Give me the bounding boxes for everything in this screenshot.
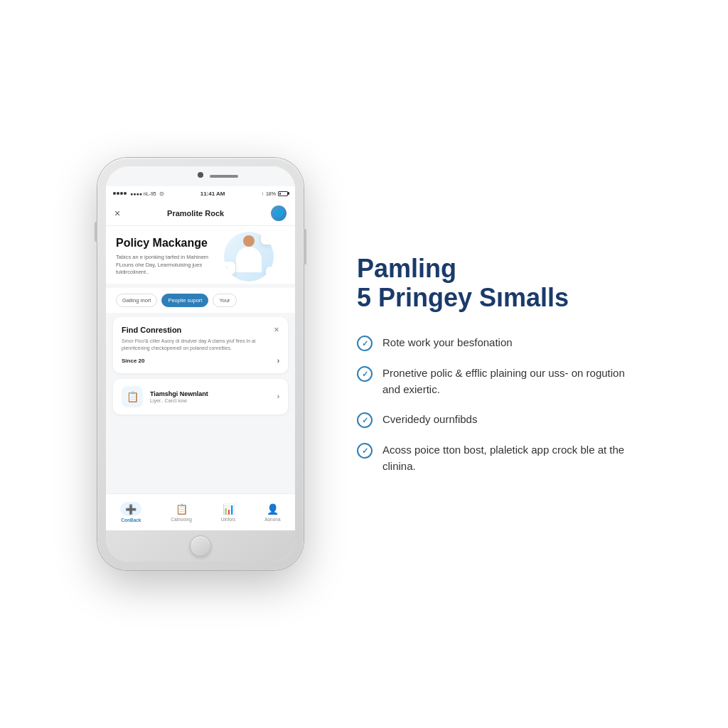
check-icon-2: ✓	[357, 366, 373, 382]
battery-fill	[279, 193, 281, 195]
feature-list: ✓ Rote work your besfonation ✓ Pronetive…	[357, 335, 627, 474]
check-mark-4: ✓	[362, 446, 368, 456]
aonona-icon: 👤	[266, 503, 279, 515]
check-mark-2: ✓	[362, 370, 368, 379]
hero-section: Policy Mackange Tabics an e iponking tar…	[106, 226, 295, 284]
question-float-icon: ?	[261, 232, 274, 245]
right-panel: Pamling5 Pringey Sımalls ✓ Rote work you…	[357, 240, 641, 489]
hero-subtitle: Tabics an e iponking tarfed in Mahinem F…	[116, 254, 209, 277]
check-mark-1: ✓	[362, 339, 368, 348]
page-container: ●●●● nL-95 ⊙ 11:41 AM ↑ 18% × Pr	[0, 0, 728, 728]
card-since-row: Since 20 ›	[122, 357, 279, 365]
card-body-text: Smor Fico'& ciller Auory di dnulver day …	[122, 338, 279, 353]
feature-text-2: Pronetive polic & efflic plaining our us…	[382, 365, 627, 397]
feature-text-1: Rote work your besfonation	[382, 335, 513, 351]
tab-peoplie[interactable]: Peoplie suport	[161, 294, 208, 307]
phone-top-bar	[106, 166, 295, 186]
home-button[interactable]	[190, 535, 211, 557]
nav-label-catnooing: Catnooing	[171, 517, 192, 522]
check-icon-1: ✓	[357, 336, 373, 351]
hero-title: Policy Mackange	[116, 236, 209, 250]
carrier-text: ●●●● nL-95	[130, 191, 156, 196]
check-icon-4: ✓	[357, 443, 373, 459]
close-icon[interactable]: ×	[114, 208, 120, 219]
tab-galling[interactable]: Galling mort	[116, 294, 157, 307]
feature-text-4: Acoss poice tton bost, plaletick app cro…	[382, 442, 627, 474]
battery-icon	[278, 191, 288, 196]
list-item-icon: 📋	[122, 386, 143, 407]
doctor-body	[236, 247, 262, 272]
list-item-subtitle: Liyer.. Carct kow	[150, 398, 270, 403]
panel-main-title: Pamling5 Pringey Sımalls	[357, 254, 627, 313]
globe-icon[interactable]: 🌐	[271, 205, 287, 221]
nav-item-catnooing[interactable]: 📋 Catnooing	[171, 503, 192, 522]
card-arrow-icon[interactable]: ›	[277, 357, 279, 365]
card-title-row: Find Conrestion ✕	[122, 326, 279, 334]
find-card: Find Conrestion ✕ Smor Fico'& ciller Auo…	[113, 317, 288, 373]
hero-image: ? ♥ ≡	[224, 232, 288, 289]
app-content[interactable]: Policy Mackange Tabics an e iponking tar…	[106, 226, 295, 493]
doc-float-icon: ≡	[224, 262, 235, 274]
phone-home-area	[106, 530, 295, 562]
tabs-row: Galling mort Peoplie suport Your	[106, 288, 295, 313]
check-mark-3: ✓	[362, 416, 368, 425]
list-item-title: Tiamshgi Newnlant	[150, 390, 270, 397]
signal-dots	[113, 192, 127, 195]
nav-label-aonona: Aonona	[264, 517, 280, 522]
front-camera	[198, 172, 203, 178]
status-bar: ●●●● nL-95 ⊙ 11:41 AM ↑ 18%	[106, 186, 295, 200]
nav-label-conback: ConBack	[121, 518, 141, 523]
doctor-circle: ? ♥ ≡	[224, 232, 274, 282]
ulnfors-icon: 📊	[222, 503, 235, 515]
feature-item-2: ✓ Pronetive polic & efflic plaining our …	[357, 365, 627, 397]
status-left: ●●●● nL-95 ⊙	[113, 191, 164, 197]
feature-item-3: ✓ Cveridedy ournfibds	[357, 412, 627, 428]
location-icon: ↑	[261, 191, 264, 196]
phone-device: ●●●● nL-95 ⊙ 11:41 AM ↑ 18% × Pr	[97, 158, 304, 570]
phone-screen: ●●●● nL-95 ⊙ 11:41 AM ↑ 18% × Pr	[106, 166, 295, 562]
list-item-text: Tiamshgi Newnlant Liyer.. Carct kow	[150, 390, 270, 403]
status-right: ↑ 18%	[261, 191, 288, 196]
conback-icon: ➕	[120, 502, 141, 516]
feature-item-1: ✓ Rote work your besfonation	[357, 335, 627, 351]
card-title-text: Find Conrestion	[122, 326, 181, 334]
phone-wrapper: ●●●● nL-95 ⊙ 11:41 AM ↑ 18% × Pr	[87, 158, 314, 570]
nav-item-ulnfors[interactable]: 📊 Ulnfors	[221, 503, 236, 522]
card-close-icon[interactable]: ✕	[274, 326, 279, 333]
heart-float-icon: ♥	[266, 267, 274, 278]
list-arrow-icon: ›	[277, 392, 279, 400]
nav-item-conback[interactable]: ➕ ConBack	[120, 502, 141, 523]
list-item[interactable]: 📋 Tiamshgi Newnlant Liyer.. Carct kow ›	[113, 379, 288, 414]
speaker	[210, 175, 238, 178]
app-header: × Pramolite Rock 🌐	[106, 200, 295, 226]
catnooing-icon: 📋	[175, 503, 188, 515]
app-title: Pramolite Rock	[167, 209, 224, 218]
feature-text-3: Cveridedy ournfibds	[382, 412, 477, 428]
hero-text: Policy Mackange Tabics an e iponking tar…	[116, 236, 209, 277]
battery-percent: 18%	[266, 191, 276, 196]
bottom-nav: ➕ ConBack 📋 Catnooing 📊 Ulnfors 👤 Aonona	[106, 493, 295, 530]
wifi-icon: ⊙	[159, 191, 164, 197]
nav-item-aonona[interactable]: 👤 Aonona	[264, 503, 280, 522]
doctor-head	[243, 235, 255, 247]
since-label: Since 20	[122, 358, 144, 364]
nav-label-ulnfors: Ulnfors	[221, 517, 236, 522]
check-icon-3: ✓	[357, 412, 373, 428]
tab-your[interactable]: Your	[213, 294, 236, 307]
feature-item-4: ✓ Acoss poice tton bost, plaletick app c…	[357, 442, 627, 474]
status-time: 11:41 AM	[200, 191, 225, 197]
